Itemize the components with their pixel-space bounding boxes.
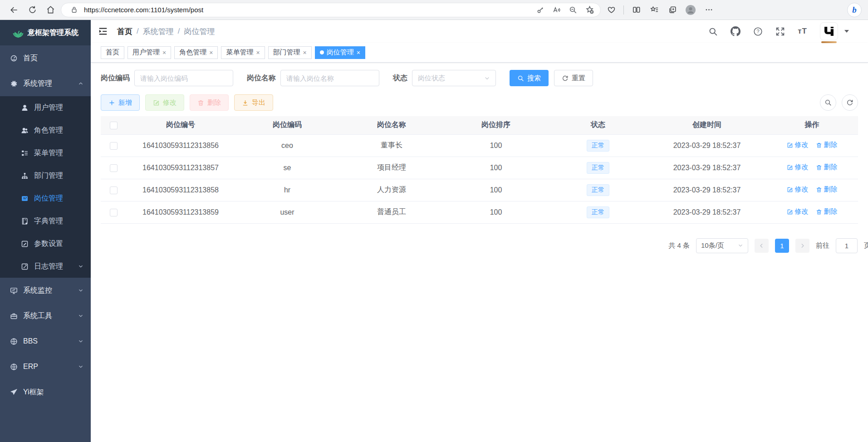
select-all-checkbox[interactable] bbox=[110, 122, 118, 129]
sidebar-item-erp[interactable]: ERP bbox=[0, 354, 91, 379]
caret-down-icon[interactable] bbox=[844, 30, 849, 33]
sidebar-item-system-mgmt[interactable]: 系统管理 bbox=[0, 71, 91, 96]
url-text[interactable]: https://ccnetcore.com:1101/system/post bbox=[84, 6, 530, 14]
search-button[interactable]: 搜索 bbox=[510, 70, 549, 86]
reset-button[interactable]: 重置 bbox=[554, 70, 593, 86]
globe-icon bbox=[10, 338, 18, 345]
row-delete-link[interactable]: 删除 bbox=[816, 141, 838, 149]
close-icon[interactable]: × bbox=[209, 49, 213, 56]
copilot-bing-icon[interactable]: b bbox=[847, 3, 862, 17]
chevron-left-icon bbox=[759, 243, 765, 249]
tab-label: 用户管理 bbox=[132, 48, 160, 57]
globe-icon bbox=[10, 363, 18, 371]
goto-page-input[interactable] bbox=[836, 238, 858, 253]
row-checkbox[interactable] bbox=[110, 164, 118, 172]
sidebar-item-post-mgmt[interactable]: 岗位管理 bbox=[0, 187, 91, 210]
add-favorite-icon[interactable] bbox=[583, 4, 596, 16]
page-content: 岗位编码 岗位名称 状态 岗位状态 搜索 重置 bbox=[91, 63, 868, 442]
browser-refresh-icon[interactable] bbox=[25, 2, 40, 18]
status-badge: 正常 bbox=[587, 206, 609, 218]
page-size-select[interactable]: 10条/页 bbox=[696, 238, 748, 253]
tab-user-mgmt[interactable]: 用户管理× bbox=[128, 46, 171, 59]
toggle-search-button[interactable] bbox=[820, 94, 836, 111]
log-icon bbox=[21, 263, 29, 270]
read-aloud-icon[interactable] bbox=[550, 4, 563, 16]
sidebar-item-label: 日志管理 bbox=[34, 262, 63, 271]
post-code-label: 岗位编码 bbox=[101, 74, 130, 83]
breadcrumb-system[interactable]: 系统管理 bbox=[143, 26, 174, 37]
add-button[interactable]: 新增 bbox=[101, 94, 140, 111]
row-edit-link[interactable]: 修改 bbox=[787, 141, 809, 149]
next-page-button[interactable] bbox=[795, 239, 809, 253]
chevron-right-icon bbox=[799, 243, 805, 249]
export-button[interactable]: 导出 bbox=[234, 94, 273, 111]
prev-page-button[interactable] bbox=[755, 239, 769, 253]
zoom-out-icon[interactable] bbox=[567, 4, 579, 16]
close-icon[interactable]: × bbox=[303, 49, 307, 56]
row-delete-link[interactable]: 删除 bbox=[816, 185, 838, 194]
sidebar-item-label: 参数设置 bbox=[34, 239, 63, 249]
browser-home-icon[interactable] bbox=[43, 2, 58, 18]
row-checkbox[interactable] bbox=[110, 187, 118, 194]
fullscreen-icon[interactable] bbox=[775, 27, 785, 36]
tab-post-mgmt[interactable]: 岗位管理× bbox=[315, 46, 365, 59]
post-name-input[interactable] bbox=[280, 70, 379, 86]
sidebar-item-system-monitor[interactable]: 系统监控 bbox=[0, 278, 91, 303]
tab-menu-mgmt[interactable]: 菜单管理× bbox=[221, 46, 265, 59]
more-options-icon[interactable] bbox=[701, 2, 716, 18]
plus-icon bbox=[108, 99, 115, 106]
collections-icon[interactable] bbox=[665, 2, 680, 18]
status-select[interactable]: 岗位状态 bbox=[412, 70, 496, 86]
sidebar-item-dict-mgmt[interactable]: 字典管理 bbox=[0, 210, 91, 232]
tab-dept-mgmt[interactable]: 部门管理× bbox=[268, 46, 312, 59]
github-icon[interactable] bbox=[731, 26, 740, 36]
row-edit-link[interactable]: 修改 bbox=[787, 207, 809, 216]
close-icon[interactable]: × bbox=[162, 49, 166, 56]
tab-home[interactable]: 首页 bbox=[101, 46, 124, 59]
browser-back-icon[interactable] bbox=[6, 2, 22, 18]
sidebar-item-user-mgmt[interactable]: 用户管理 bbox=[0, 96, 91, 119]
delete-button[interactable]: 删除 bbox=[190, 94, 229, 111]
sidebar-item-dept-mgmt[interactable]: 部门管理 bbox=[0, 164, 91, 187]
sidebar-item-system-tools[interactable]: 系统工具 bbox=[0, 303, 91, 329]
row-delete-label: 删除 bbox=[824, 163, 838, 172]
sidebar-item-param-settings[interactable]: 参数设置 bbox=[0, 232, 91, 255]
browser-essentials-icon[interactable] bbox=[603, 2, 619, 18]
post-code-input[interactable] bbox=[134, 70, 233, 86]
user-avatar[interactable] bbox=[820, 22, 838, 40]
row-edit-link[interactable]: 修改 bbox=[787, 163, 809, 172]
trash-icon bbox=[197, 99, 204, 106]
refresh-table-button[interactable] bbox=[842, 94, 858, 111]
close-icon[interactable]: × bbox=[256, 49, 260, 56]
sidebar-item-log-mgmt[interactable]: 日志管理 bbox=[0, 255, 91, 278]
search-icon[interactable] bbox=[708, 27, 718, 36]
cell-post-sort: 100 bbox=[444, 134, 548, 157]
help-icon[interactable] bbox=[753, 27, 763, 36]
row-edit-label: 修改 bbox=[795, 163, 809, 172]
edit-pen-icon bbox=[153, 99, 160, 106]
current-page-button[interactable]: 1 bbox=[775, 239, 789, 253]
close-icon[interactable]: × bbox=[357, 49, 360, 56]
sidebar-item-home[interactable]: 首页 bbox=[0, 45, 91, 71]
favorites-icon[interactable] bbox=[647, 2, 662, 18]
row-edit-link[interactable]: 修改 bbox=[787, 185, 809, 194]
collapse-sidebar-icon[interactable] bbox=[98, 26, 108, 36]
tab-role-mgmt[interactable]: 角色管理× bbox=[174, 46, 218, 59]
row-checkbox[interactable] bbox=[110, 209, 118, 216]
row-checkbox[interactable] bbox=[110, 142, 118, 150]
profile-avatar-icon[interactable] bbox=[683, 2, 698, 18]
address-bar[interactable]: https://ccnetcore.com:1101/system/post bbox=[61, 3, 601, 17]
sidebar-item-menu-mgmt[interactable]: 菜单管理 bbox=[0, 142, 91, 164]
row-delete-link[interactable]: 删除 bbox=[816, 207, 838, 216]
sidebar-item-yi-framework[interactable]: Yi框架 bbox=[0, 379, 91, 405]
password-key-icon[interactable] bbox=[534, 4, 547, 16]
row-delete-link[interactable]: 删除 bbox=[816, 163, 838, 172]
users-icon bbox=[21, 127, 29, 134]
breadcrumb-home[interactable]: 首页 bbox=[117, 26, 132, 37]
edit-button[interactable]: 修改 bbox=[145, 94, 184, 111]
split-screen-icon[interactable] bbox=[628, 2, 644, 18]
font-size-icon[interactable]: тT bbox=[798, 27, 807, 36]
yi-logo-icon bbox=[822, 25, 836, 38]
sidebar-item-role-mgmt[interactable]: 角色管理 bbox=[0, 119, 91, 142]
sidebar-item-bbs[interactable]: BBS bbox=[0, 329, 91, 354]
